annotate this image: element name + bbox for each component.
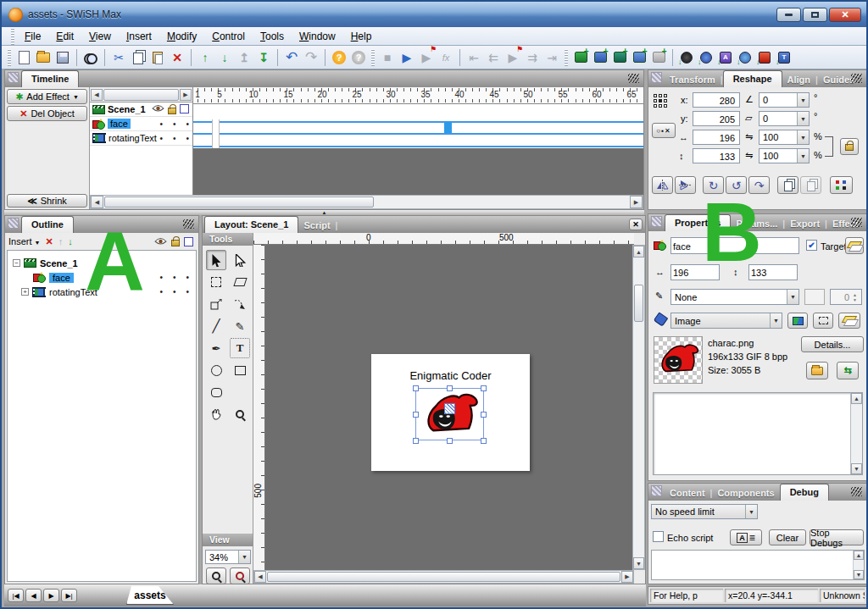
- eye-icon[interactable]: [152, 104, 164, 113]
- layout-canvas[interactable]: Enigmatic Coder: [265, 245, 634, 570]
- delete-object-icon[interactable]: ✕: [46, 236, 53, 247]
- rotation-combo[interactable]: 0▼: [759, 92, 810, 108]
- insert-button-icon[interactable]: [630, 48, 648, 67]
- panel-menu-icon[interactable]: [183, 219, 194, 229]
- insert-sprite-icon[interactable]: [591, 48, 609, 67]
- text-tool[interactable]: T: [230, 338, 250, 358]
- anchor-grid-icon[interactable]: [654, 94, 667, 108]
- selection-handle[interactable]: [413, 438, 419, 444]
- first-doc-button[interactable]: |◀: [8, 589, 24, 602]
- doc-tab-assets[interactable]: assets: [126, 586, 174, 605]
- move-down-icon[interactable]: ↓: [215, 48, 234, 67]
- scroll-right-icon[interactable]: ▶: [630, 196, 643, 208]
- play-to-marker-icon[interactable]: ▶⚑: [504, 48, 522, 67]
- tab-layout-scene[interactable]: Layout: Scene_1: [204, 216, 298, 233]
- import-text-icon[interactable]: T: [775, 48, 793, 67]
- rectangle-tool[interactable]: [230, 360, 250, 380]
- insert-menu[interactable]: Insert ▼: [8, 236, 41, 246]
- lock-icon[interactable]: [168, 108, 176, 114]
- panel-menu-icon[interactable]: [851, 74, 862, 83]
- timeline-row-face[interactable]: face •••: [90, 117, 192, 131]
- move-down-icon[interactable]: ↓: [68, 236, 73, 246]
- timeline-row-scene[interactable]: Scene_1: [90, 102, 192, 117]
- panel-gripper[interactable]: [651, 216, 662, 227]
- menu-insert[interactable]: Insert: [119, 28, 159, 45]
- context-help-icon[interactable]: ?: [349, 48, 368, 67]
- keyframe-marker[interactable]: [444, 122, 452, 133]
- menu-help[interactable]: Help: [343, 28, 380, 45]
- zoom-level-select[interactable]: 34%▼: [205, 550, 251, 564]
- insert-disabled-icon[interactable]: [649, 48, 668, 67]
- cut-icon[interactable]: ✂: [109, 48, 128, 67]
- menu-file[interactable]: File: [17, 28, 48, 45]
- menu-window[interactable]: Window: [292, 28, 343, 45]
- frames-scroll-thumb[interactable]: [103, 89, 179, 101]
- scroll-down-icon[interactable]: ▼: [633, 557, 644, 569]
- move-up-icon[interactable]: ↑: [58, 236, 64, 246]
- selection-box[interactable]: [415, 388, 484, 440]
- frames-scroll-left[interactable]: ◀: [91, 89, 103, 101]
- collapse-expander-icon[interactable]: −: [13, 259, 20, 267]
- selection-handle[interactable]: [447, 438, 453, 444]
- minimize-button[interactable]: [776, 8, 801, 22]
- stage[interactable]: Enigmatic Coder: [371, 354, 530, 471]
- height-field[interactable]: 133: [693, 148, 740, 163]
- select-tool[interactable]: [206, 250, 226, 270]
- canvas-hscrollbar[interactable]: ◀ ▶: [253, 570, 634, 584]
- y-field[interactable]: 205: [693, 111, 740, 126]
- menu-edit[interactable]: Edit: [48, 28, 81, 45]
- tab-reshape[interactable]: Reshape: [723, 70, 782, 87]
- close-panel-icon[interactable]: ✕: [629, 219, 643, 230]
- prev-doc-button[interactable]: ◀: [25, 589, 42, 602]
- outline-color-icon[interactable]: [180, 104, 189, 113]
- add-effect-button[interactable]: ✱ Add Effect ▼: [7, 89, 87, 104]
- outline-color-icon[interactable]: [184, 237, 193, 246]
- resize-mode-button[interactable]: ○▪✕: [652, 123, 676, 138]
- yscale-combo[interactable]: 100▼: [759, 148, 810, 163]
- selection-handle[interactable]: [413, 385, 419, 391]
- import-animation-icon[interactable]: [736, 48, 754, 67]
- reset-transform-button[interactable]: [830, 176, 853, 194]
- ellipse-tool[interactable]: [206, 360, 226, 380]
- tab-transform[interactable]: Transform: [665, 72, 721, 87]
- tab-content[interactable]: Content: [665, 485, 710, 501]
- scroll-up-icon[interactable]: ▲: [633, 246, 644, 257]
- scroll-left-icon[interactable]: ◀: [254, 571, 266, 583]
- paste-icon[interactable]: [148, 48, 167, 67]
- pencil-tool[interactable]: ✎: [230, 316, 250, 336]
- scroll-right-icon[interactable]: ▶: [621, 571, 633, 583]
- panel-gripper[interactable]: [651, 72, 662, 83]
- import-image-icon[interactable]: A: [716, 48, 735, 67]
- import-sound-icon[interactable]: [677, 48, 696, 67]
- new-icon[interactable]: [14, 48, 33, 67]
- zoom-window-button[interactable]: [206, 567, 226, 584]
- copy-transform-button[interactable]: [777, 176, 798, 194]
- speed-limit-select[interactable]: No speed limit▼: [651, 504, 758, 519]
- canvas-vscrollbar[interactable]: ▲ ▼: [632, 245, 645, 570]
- close-button[interactable]: ✕: [829, 8, 861, 22]
- scale-tool[interactable]: [206, 294, 226, 314]
- transform-tool[interactable]: [206, 272, 226, 292]
- tab-script[interactable]: Script: [298, 218, 335, 233]
- zoom-tool[interactable]: [230, 404, 250, 424]
- distort-tool[interactable]: [230, 272, 250, 292]
- properties-list-box[interactable]: ▲ ▼: [653, 392, 863, 475]
- maximize-button[interactable]: [803, 8, 827, 22]
- redo-icon[interactable]: ↷: [302, 48, 320, 67]
- help-icon[interactable]: ?: [330, 48, 348, 67]
- skew-combo[interactable]: 0▼: [759, 111, 810, 126]
- stop-debugs-button[interactable]: Stop Debugs: [810, 529, 864, 545]
- timeline-row-rotatingtext[interactable]: rotatingText •••: [90, 131, 192, 146]
- selection-handle[interactable]: [413, 412, 419, 418]
- tab-export[interactable]: Export: [785, 216, 825, 231]
- stage-text[interactable]: Enigmatic Coder: [371, 369, 530, 382]
- timeline-hscrollbar[interactable]: ◀ ▶: [90, 195, 643, 209]
- delete-icon[interactable]: ✕: [168, 48, 186, 67]
- insert-scene-icon[interactable]: [571, 48, 590, 67]
- pan-tool[interactable]: [206, 404, 226, 424]
- tab-components[interactable]: Components: [712, 485, 779, 501]
- scroll-left-icon[interactable]: ◀: [91, 196, 103, 208]
- move-to-top-icon[interactable]: ↥: [235, 48, 253, 67]
- line-tool[interactable]: ╱: [206, 316, 226, 336]
- bezier-pen-tool[interactable]: ✒: [206, 338, 226, 358]
